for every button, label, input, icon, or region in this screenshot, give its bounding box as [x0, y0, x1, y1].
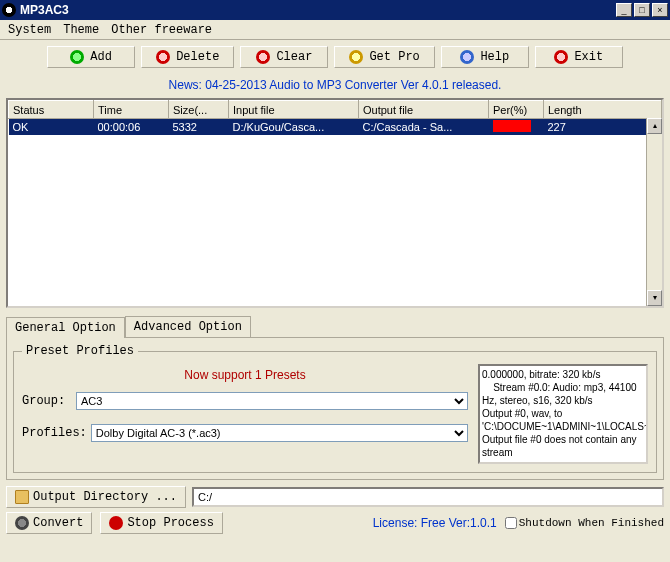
preset-title: Now support 1 Presets: [22, 364, 468, 392]
tab-panel-general: Preset Profiles Now support 1 Presets Gr…: [6, 337, 664, 480]
maximize-button[interactable]: □: [634, 3, 650, 17]
pro-icon: [349, 50, 363, 64]
progress-bar: [493, 120, 531, 132]
exit-icon: [554, 50, 568, 64]
col-input[interactable]: Input file: [229, 101, 359, 119]
stop-process-button[interactable]: Stop Process: [100, 512, 222, 534]
group-label: Group:: [22, 394, 72, 408]
news-banner: News: 04-25-2013 Audio to MP3 Converter …: [0, 74, 670, 98]
output-directory-input[interactable]: [192, 487, 664, 507]
folder-icon: [15, 490, 29, 504]
tab-general[interactable]: General Option: [6, 317, 125, 338]
table-row[interactable]: OK 00:00:06 5332 D:/KuGou/Casca... C:/Ca…: [9, 119, 662, 136]
profiles-label: Profiles:: [22, 426, 87, 440]
col-output[interactable]: Output file: [359, 101, 489, 119]
file-table[interactable]: Status Time Size(... Input file Output f…: [6, 98, 664, 308]
vertical-scrollbar[interactable]: ▴ ▾: [646, 118, 662, 306]
clear-icon: [256, 50, 270, 64]
cell-length: 227: [544, 119, 662, 136]
convert-button[interactable]: Convert: [6, 512, 92, 534]
shutdown-checkbox[interactable]: [505, 517, 517, 529]
output-directory-button[interactable]: Output Directory ...: [6, 486, 186, 508]
preset-profiles-group: Preset Profiles Now support 1 Presets Gr…: [13, 344, 657, 473]
menu-theme[interactable]: Theme: [59, 21, 103, 39]
clear-button[interactable]: Clear: [240, 46, 328, 68]
convert-label: Convert: [33, 516, 83, 530]
add-button[interactable]: Add: [47, 46, 135, 68]
getpro-label: Get Pro: [369, 50, 419, 64]
delete-button[interactable]: Delete: [141, 46, 234, 68]
scroll-up-icon[interactable]: ▴: [647, 118, 662, 134]
title-bar: MP3AC3 _ □ ×: [0, 0, 670, 20]
profiles-select[interactable]: Dolby Digital AC-3 (*.ac3): [91, 424, 468, 442]
app-icon: [2, 3, 16, 17]
cell-output: C:/Cascada - Sa...: [359, 119, 489, 136]
exit-button[interactable]: Exit: [535, 46, 623, 68]
help-icon: [460, 50, 474, 64]
minimize-button[interactable]: _: [616, 3, 632, 17]
help-button[interactable]: Help: [441, 46, 529, 68]
col-per[interactable]: Per(%): [489, 101, 544, 119]
getpro-button[interactable]: Get Pro: [334, 46, 434, 68]
outdir-label: Output Directory ...: [33, 490, 177, 504]
window-title: MP3AC3: [20, 3, 616, 17]
toolbar: Add Delete Clear Get Pro Help Exit: [0, 40, 670, 74]
exit-label: Exit: [574, 50, 603, 64]
shutdown-text: Shutdown When Finished: [519, 517, 664, 529]
add-label: Add: [90, 50, 112, 64]
scroll-down-icon[interactable]: ▾: [647, 290, 662, 306]
tab-advanced[interactable]: Advanced Option: [125, 316, 251, 337]
cell-input: D:/KuGou/Casca...: [229, 119, 359, 136]
col-size[interactable]: Size(...: [169, 101, 229, 119]
menu-system[interactable]: System: [4, 21, 55, 39]
close-button[interactable]: ×: [652, 3, 668, 17]
option-tabs: General Option Advanced Option: [6, 316, 664, 337]
add-icon: [70, 50, 84, 64]
col-length[interactable]: Length: [544, 101, 662, 119]
license-text: License: Free Ver:1.0.1: [373, 516, 497, 530]
clear-label: Clear: [276, 50, 312, 64]
delete-icon: [156, 50, 170, 64]
help-label: Help: [480, 50, 509, 64]
stop-label: Stop Process: [127, 516, 213, 530]
cell-status: OK: [9, 119, 94, 136]
menu-other-freeware[interactable]: Other freeware: [107, 21, 216, 39]
col-status[interactable]: Status: [9, 101, 94, 119]
shutdown-checkbox-label[interactable]: Shutdown When Finished: [505, 517, 664, 529]
stop-icon: [109, 516, 123, 530]
menu-bar: System Theme Other freeware: [0, 20, 670, 40]
gear-icon: [15, 516, 29, 530]
delete-label: Delete: [176, 50, 219, 64]
preset-legend: Preset Profiles: [22, 344, 138, 358]
group-select[interactable]: AC3: [76, 392, 468, 410]
col-time[interactable]: Time: [94, 101, 169, 119]
log-output[interactable]: 0.000000, bitrate: 320 kb/s Stream #0.0:…: [478, 364, 648, 464]
cell-size: 5332: [169, 119, 229, 136]
cell-time: 00:00:06: [94, 119, 169, 136]
cell-per: [489, 119, 544, 136]
